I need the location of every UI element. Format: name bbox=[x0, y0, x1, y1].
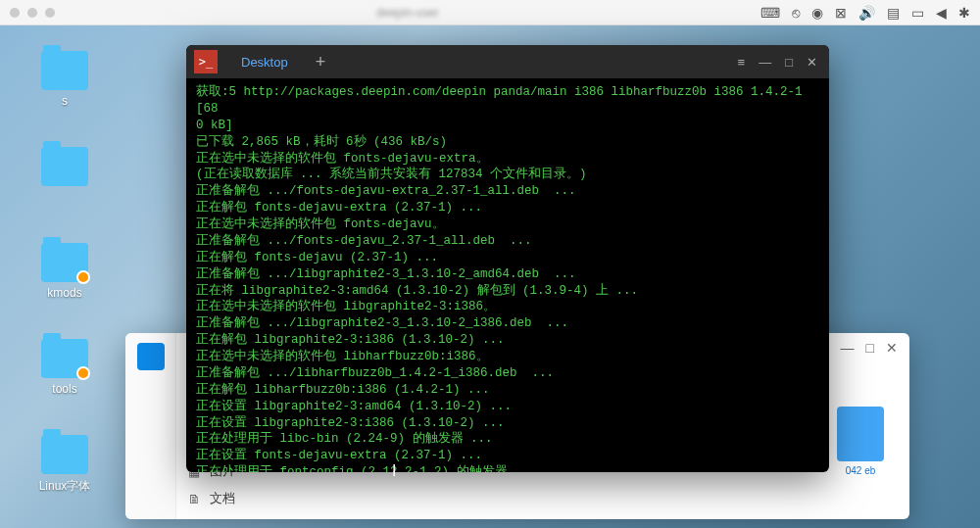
desktop-icon-label: Linux字体 bbox=[39, 478, 91, 495]
triangle-left-icon[interactable]: ◀ bbox=[936, 5, 947, 21]
terminal-line: 正在处理用于 libc-bin (2.24-9) 的触发器 ... bbox=[196, 431, 819, 448]
terminal-output[interactable]: 获取:5 http://packages.deepin.com/deepin p… bbox=[186, 78, 829, 472]
desktop-icon-label: kmods bbox=[47, 286, 81, 300]
desktop-icon-label: s bbox=[62, 94, 68, 108]
fm-nav-icon: 🗎 bbox=[186, 492, 202, 506]
terminal-line: 正在设置 libgraphite2-3:amd64 (1.3.10-2) ... bbox=[196, 399, 819, 415]
terminal-line: 正准备解包 .../fonts-dejavu-extra_2.37-1_all.… bbox=[196, 183, 819, 200]
folder-icon bbox=[41, 435, 88, 474]
terminal-line: 正在设置 fonts-dejavu-extra (2.37-1) ... bbox=[196, 448, 819, 464]
system-tray: ⌨ ⎋ ◉ ⊠ 🔊 ▤ ▭ ◀ ✱ bbox=[760, 5, 970, 21]
gear-icon[interactable]: ✱ bbox=[958, 5, 970, 21]
terminal-maximize-button[interactable]: □ bbox=[785, 55, 793, 70]
terminal-line: 正在选中未选择的软件包 fonts-dejavu-extra。 bbox=[196, 151, 819, 168]
file-label: 042 eb bbox=[831, 465, 890, 476]
desktop-icon-label: tools bbox=[52, 382, 76, 396]
folder-icon bbox=[41, 147, 88, 186]
file-tile-3[interactable]: 042 eb bbox=[831, 407, 890, 476]
folder-icon bbox=[41, 51, 88, 90]
topbar-title-blurred: deepin-user bbox=[55, 6, 760, 20]
terminal-tab-active[interactable]: Desktop bbox=[225, 55, 304, 70]
folder-icon bbox=[41, 243, 88, 282]
terminal-app-icon: >_ bbox=[194, 50, 218, 73]
terminal-close-button[interactable]: ✕ bbox=[807, 55, 817, 70]
block-icon[interactable]: ⊠ bbox=[835, 5, 847, 21]
sync-badge-icon bbox=[76, 270, 90, 284]
folder-icon bbox=[41, 339, 88, 378]
terminal-line: 正在解包 fonts-dejavu-extra (2.37-1) ... bbox=[196, 200, 819, 216]
sync-badge-icon bbox=[76, 366, 90, 380]
system-topbar: deepin-user ⌨ ⎋ ◉ ⊠ 🔊 ▤ ▭ ◀ ✱ bbox=[0, 0, 980, 25]
terminal-line: 正在解包 libharfbuzz0b:i386 (1.4.2-1) ... bbox=[196, 382, 819, 399]
terminal-line: 0 kB] bbox=[196, 118, 819, 134]
maximize-dot[interactable] bbox=[45, 8, 55, 18]
minimize-dot[interactable] bbox=[27, 8, 37, 18]
terminal-new-tab-button[interactable]: + bbox=[304, 52, 338, 72]
fm-close-button[interactable]: ✕ bbox=[886, 340, 898, 356]
folder-tray-icon[interactable]: ▭ bbox=[911, 5, 924, 21]
window-traffic-lights bbox=[10, 8, 55, 18]
terminal-line: 正准备解包 .../fonts-dejavu_2.37-1_all.deb ..… bbox=[196, 233, 819, 250]
power-icon[interactable]: ◉ bbox=[811, 5, 823, 21]
fm-nav-label: 文档 bbox=[210, 490, 235, 507]
terminal-line: 正准备解包 .../libgraphite2-3_1.3.10-2_amd64.… bbox=[196, 266, 819, 283]
terminal-line: 正在选中未选择的软件包 libharfbuzz0b:i386。 bbox=[196, 349, 819, 365]
terminal-line: 获取:5 http://packages.deepin.com/deepin p… bbox=[196, 84, 819, 118]
document-icon bbox=[837, 407, 884, 461]
terminal-minimize-button[interactable]: — bbox=[759, 55, 771, 70]
terminal-tabbar: >_ Desktop + ≡ — □ ✕ bbox=[186, 45, 829, 78]
desktop-folder-kmods[interactable]: kmods bbox=[33, 243, 96, 300]
terminal-line: 正在选中未选择的软件包 fonts-dejavu。 bbox=[196, 216, 819, 233]
volume-icon[interactable]: 🔊 bbox=[858, 5, 875, 21]
close-dot[interactable] bbox=[10, 8, 20, 18]
fm-sidebar bbox=[125, 333, 176, 519]
fm-minimize-button[interactable]: — bbox=[841, 340, 855, 356]
terminal-line: 正在将 libgraphite2-3:amd64 (1.3.10-2) 解包到 … bbox=[196, 283, 819, 300]
desktop-folder-untitled[interactable] bbox=[33, 147, 96, 190]
terminal-line: 正在处理用于 fontconfig (2.12.2-1.2) 的触发器 ... bbox=[196, 464, 819, 472]
fm-maximize-button[interactable]: □ bbox=[866, 340, 874, 356]
calendar-icon[interactable]: ▤ bbox=[887, 5, 900, 21]
file-manager-titlebar: — □ ✕ bbox=[829, 333, 909, 362]
fm-logo-icon bbox=[137, 343, 165, 370]
desktop-folder-s[interactable]: s bbox=[33, 51, 96, 108]
desktop-folder-Linux字体[interactable]: Linux字体 bbox=[33, 435, 96, 495]
terminal-line: 正在解包 libgraphite2-3:i386 (1.3.10-2) ... bbox=[196, 332, 819, 349]
terminal-menu-button[interactable]: ≡ bbox=[738, 55, 746, 70]
terminal-window-controls: ≡ — □ ✕ bbox=[726, 55, 829, 70]
terminal-line: 正在选中未选择的软件包 libgraphite2-3:i386。 bbox=[196, 299, 819, 315]
terminal-line: (正在读取数据库 ... 系统当前共安装有 127834 个文件和目录。) bbox=[196, 167, 819, 183]
terminal-window[interactable]: >_ Desktop + ≡ — □ ✕ 获取:5 http://package… bbox=[186, 45, 829, 472]
usb-icon[interactable]: ⎋ bbox=[792, 5, 800, 21]
text-cursor-icon: I bbox=[392, 462, 396, 480]
fm-nav-item-5[interactable]: 🗎文档 bbox=[186, 490, 274, 507]
terminal-line: 正准备解包 .../libharfbuzz0b_1.4.2-1_i386.deb… bbox=[196, 365, 819, 382]
terminal-line: 正在解包 fonts-dejavu (2.37-1) ... bbox=[196, 250, 819, 266]
keyboard-icon[interactable]: ⌨ bbox=[760, 5, 780, 21]
desktop-folder-tools[interactable]: tools bbox=[33, 339, 96, 396]
terminal-line: 已下载 2,865 kB，耗时 6秒 (436 kB/s) bbox=[196, 134, 819, 151]
terminal-line: 正准备解包 .../libgraphite2-3_1.3.10-2_i386.d… bbox=[196, 315, 819, 332]
terminal-line: 正在设置 libgraphite2-3:i386 (1.3.10-2) ... bbox=[196, 415, 819, 432]
